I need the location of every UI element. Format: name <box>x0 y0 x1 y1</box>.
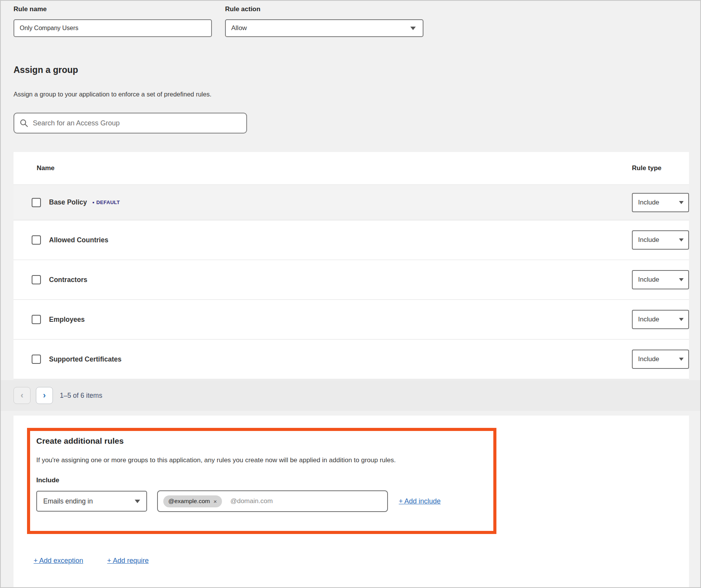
condition-select[interactable]: Emails ending in <box>36 491 147 512</box>
row-checkbox[interactable] <box>32 198 41 207</box>
group-name: Supported Certificates <box>49 355 122 363</box>
chevron-left-icon: ‹ <box>20 390 23 400</box>
rule-name-label: Rule name <box>14 5 47 13</box>
rule-type-value: Include <box>638 316 659 323</box>
search-input[interactable] <box>33 119 241 127</box>
row-checkbox[interactable] <box>32 315 41 324</box>
rule-type-cell: Include <box>632 230 689 250</box>
create-additional-rules-card: Create additional rules If you're assign… <box>14 416 689 588</box>
tag-label: @example.com <box>168 498 210 505</box>
group-name: Contractors <box>49 276 87 284</box>
chevron-down-icon <box>135 500 140 503</box>
highlight-annotation-box: Create additional rules If you're assign… <box>27 428 496 534</box>
rule-type-cell: Include <box>632 193 689 212</box>
chevron-right-icon: › <box>43 390 46 400</box>
rule-name-input[interactable] <box>14 19 212 37</box>
group-name: Allowed Countries <box>49 236 108 244</box>
table-row-employees: Employees Include <box>14 300 689 340</box>
rule-type-cell: Include <box>632 310 689 329</box>
next-page-button[interactable]: › <box>36 387 53 404</box>
rule-type-select[interactable]: Include <box>632 193 689 212</box>
assign-group-description: Assign a group to your application to en… <box>14 91 212 98</box>
rule-type-cell: Include <box>632 270 689 289</box>
table-row-supported-certificates: Supported Certificates Include <box>14 340 689 379</box>
chevron-down-icon <box>410 27 416 30</box>
rule-type-cell: Include <box>632 350 689 369</box>
previous-page-button[interactable]: ‹ <box>14 387 30 404</box>
rule-type-value: Include <box>638 199 659 206</box>
chevron-down-icon <box>679 278 684 281</box>
rule-footer-links: + Add exception + Add require <box>34 557 149 565</box>
rule-type-select[interactable]: Include <box>632 310 689 329</box>
rule-type-value: Include <box>638 236 659 244</box>
group-name: Base Policy <box>49 198 87 206</box>
table-header: Name Rule type <box>14 152 689 185</box>
default-badge-label: DEFAULT <box>97 199 120 205</box>
name-column-header: Name <box>14 164 632 172</box>
include-rule-builder: Emails ending in @example.com × + Add in… <box>36 490 486 512</box>
access-group-search[interactable] <box>14 113 247 133</box>
rule-type-select[interactable]: Include <box>632 350 689 369</box>
table-row-base-policy: Base Policy • DEFAULT Include <box>14 185 689 220</box>
rule-type-select[interactable]: Include <box>632 270 689 289</box>
row-checkbox[interactable] <box>32 235 41 245</box>
chevron-down-icon <box>679 358 684 361</box>
email-domains-input[interactable]: @example.com × <box>157 490 388 512</box>
chevron-down-icon <box>679 238 684 242</box>
assign-group-heading: Assign a group <box>14 65 78 75</box>
rule-configuration-page: Rule name Rule action Allow Assign a gro… <box>0 0 701 588</box>
search-icon <box>20 119 28 127</box>
email-domain-text-input[interactable] <box>230 497 382 505</box>
email-domain-tag: @example.com × <box>163 495 222 507</box>
pagination-bar: ‹ › 1–5 of 6 items <box>1 380 700 411</box>
create-additional-rules-heading: Create additional rules <box>36 436 486 446</box>
bullet-icon: • <box>92 199 94 206</box>
condition-value: Emails ending in <box>43 497 93 505</box>
create-additional-rules-description: If you're assigning one or more groups t… <box>36 456 486 464</box>
add-include-link[interactable]: + Add include <box>399 497 441 505</box>
rule-type-value: Include <box>638 355 659 363</box>
row-checkbox[interactable] <box>32 275 41 284</box>
group-name: Employees <box>49 316 85 324</box>
rule-type-column-header: Rule type <box>632 164 689 172</box>
default-badge: • DEFAULT <box>92 199 120 206</box>
chevron-down-icon <box>679 201 684 204</box>
add-exception-link[interactable]: + Add exception <box>34 557 83 565</box>
rule-action-label: Rule action <box>225 5 261 13</box>
add-require-link[interactable]: + Add require <box>107 557 149 565</box>
access-groups-table: Name Rule type Base Policy • DEFAULT Inc… <box>14 152 689 379</box>
pagination-summary: 1–5 of 6 items <box>60 392 102 400</box>
row-checkbox[interactable] <box>32 355 41 364</box>
table-row-allowed-countries: Allowed Countries Include <box>14 220 689 260</box>
include-label: Include <box>36 476 486 484</box>
chevron-down-icon <box>679 318 684 321</box>
rule-type-value: Include <box>638 276 659 284</box>
remove-tag-icon[interactable]: × <box>213 498 217 505</box>
rule-action-value: Allow <box>231 24 247 32</box>
rule-type-select[interactable]: Include <box>632 230 689 250</box>
table-row-contractors: Contractors Include <box>14 260 689 300</box>
rule-action-select[interactable]: Allow <box>225 19 423 37</box>
